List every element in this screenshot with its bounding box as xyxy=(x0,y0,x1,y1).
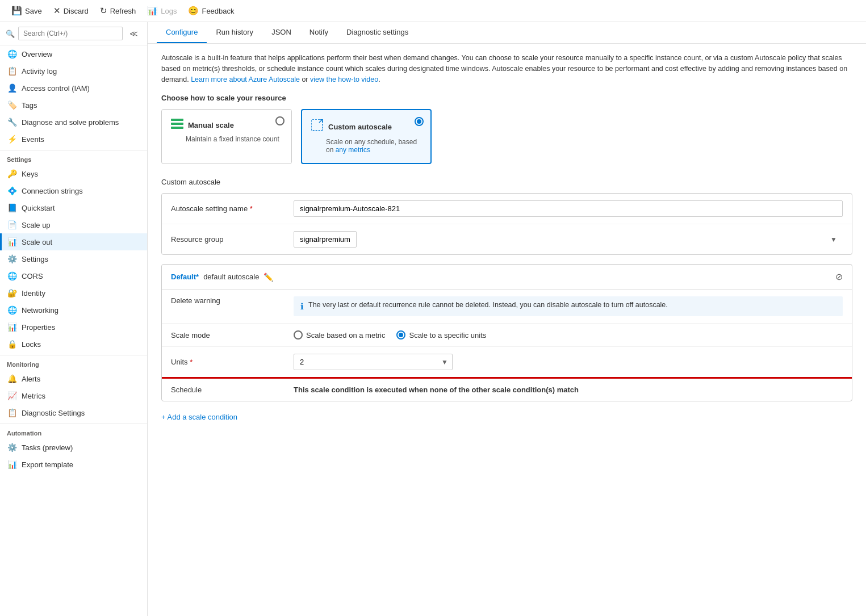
autoscale-name-row: Autoscale setting name * xyxy=(162,194,852,224)
sidebar-item-connection-strings[interactable]: 💠 Connection strings xyxy=(0,182,147,199)
save-button[interactable]: 💾 Save xyxy=(7,3,47,18)
tab-notify[interactable]: Notify xyxy=(300,22,337,43)
tab-diagnostic-settings[interactable]: Diagnostic settings xyxy=(337,22,417,43)
custom-autoscale-desc: Scale on any schedule, based on any metr… xyxy=(326,138,421,154)
sidebar-item-scale-up[interactable]: 📄 Scale up xyxy=(0,216,147,233)
quickstart-icon: 📘 xyxy=(7,203,17,212)
sidebar-item-properties[interactable]: 📊 Properties xyxy=(0,319,147,336)
scale-metric-option[interactable]: Scale based on a metric xyxy=(294,330,385,340)
tab-configure[interactable]: Configure xyxy=(157,22,207,43)
metrics-icon: 📈 xyxy=(7,391,17,400)
scale-up-icon: 📄 xyxy=(7,220,17,229)
connection-strings-icon: 💠 xyxy=(7,186,17,195)
sidebar-item-events[interactable]: ⚡ Events xyxy=(0,131,147,148)
events-icon: ⚡ xyxy=(7,135,17,144)
sidebar-item-overview[interactable]: 🌐 Overview xyxy=(0,45,147,62)
activity-log-icon: 📋 xyxy=(7,66,17,76)
keys-icon: 🔑 xyxy=(7,169,17,178)
monitoring-section-header: Monitoring xyxy=(0,355,147,370)
schedule-row: Schedule This scale condition is execute… xyxy=(162,379,852,401)
manual-scale-radio[interactable] xyxy=(275,116,285,125)
scale-metric-radio[interactable] xyxy=(294,330,303,340)
scale-mode-row: Scale mode Scale based on a metric Scale… xyxy=(162,324,852,347)
delete-warning-row: Delete warning ℹ The very last or defaul… xyxy=(162,290,852,324)
resource-group-row: Resource group signalrpremium ▼ xyxy=(162,224,852,254)
sidebar-item-cors[interactable]: 🌐 CORS xyxy=(0,267,147,284)
schedule-text: This scale condition is executed when no… xyxy=(294,385,579,394)
scale-mode-options: Scale based on a metric Scale to a speci… xyxy=(294,330,486,340)
search-input[interactable] xyxy=(18,27,123,40)
custom-autoscale-icon xyxy=(311,119,324,135)
sidebar-search-area: 🔍 ≪ xyxy=(0,22,147,45)
automation-section-header: Automation xyxy=(0,424,147,439)
tab-run-history[interactable]: Run history xyxy=(207,22,262,43)
discard-icon: ✕ xyxy=(53,6,61,16)
sidebar-item-access-control[interactable]: 👤 Access control (IAM) xyxy=(0,79,147,97)
custom-autoscale-card[interactable]: Custom autoscale Scale on any schedule, … xyxy=(301,109,432,164)
sidebar-item-settings[interactable]: ⚙️ Settings xyxy=(0,250,147,267)
scale-metric-label: Scale based on a metric xyxy=(306,331,385,340)
sidebar-item-scale-out[interactable]: 📊 Scale out xyxy=(0,233,147,250)
refresh-icon: ↻ xyxy=(100,6,107,16)
properties-icon: 📊 xyxy=(7,322,17,332)
sidebar-item-identity[interactable]: 🔐 Identity xyxy=(0,284,147,301)
sidebar-item-tasks[interactable]: ⚙️ Tasks (preview) xyxy=(0,439,147,456)
diagnose-icon: 🔧 xyxy=(7,118,17,127)
how-to-video-link[interactable]: view the how-to video xyxy=(310,76,378,83)
sidebar-item-diagnose[interactable]: 🔧 Diagnose and solve problems xyxy=(0,114,147,131)
tab-json[interactable]: JSON xyxy=(262,22,300,43)
learn-more-link[interactable]: Learn more about Azure Autoscale xyxy=(191,76,300,83)
sidebar-item-activity-log[interactable]: 📋 Activity log xyxy=(0,62,147,79)
sidebar-item-metrics[interactable]: 📈 Metrics xyxy=(0,387,147,404)
units-select[interactable]: 2 1 3 4 xyxy=(294,354,453,370)
feedback-icon: 😊 xyxy=(188,6,199,16)
svg-rect-2 xyxy=(171,127,183,129)
feedback-button[interactable]: 😊 Feedback xyxy=(183,3,239,18)
locks-icon: 🔒 xyxy=(7,340,17,349)
collapse-button[interactable]: ≪ xyxy=(126,28,141,39)
any-metrics-link[interactable]: any metrics xyxy=(336,146,370,154)
scale-units-option[interactable]: Scale to a specific units xyxy=(396,330,486,340)
manual-scale-card[interactable]: Manual scale Maintain a fixed instance c… xyxy=(161,109,292,164)
main-layout: 🔍 ≪ 🌐 Overview 📋 Activity log 👤 Access c… xyxy=(0,22,866,616)
resource-group-select[interactable]: signalrpremium xyxy=(294,231,357,248)
edit-icon[interactable]: ✏️ xyxy=(263,273,273,282)
sidebar-item-export-template[interactable]: 📊 Export template xyxy=(0,456,147,473)
sidebar-item-alerts[interactable]: 🔔 Alerts xyxy=(0,370,147,387)
custom-autoscale-radio[interactable] xyxy=(415,117,424,126)
custom-autoscale-title: Custom autoscale xyxy=(328,123,392,131)
refresh-button[interactable]: ↻ Refresh xyxy=(95,3,141,18)
required-marker: * xyxy=(250,204,253,213)
add-condition-label: + Add a scale condition xyxy=(161,413,237,421)
scale-units-radio[interactable] xyxy=(396,330,405,340)
units-required-marker: * xyxy=(190,358,193,366)
delete-warning-box: ℹ The very last or default recurrence ru… xyxy=(294,296,843,316)
svg-rect-0 xyxy=(171,119,183,121)
scale-mode-label: Scale mode xyxy=(171,331,285,340)
sidebar-item-keys[interactable]: 🔑 Keys xyxy=(0,165,147,182)
autoscale-name-input[interactable] xyxy=(294,200,843,217)
scale-units-label: Scale to a specific units xyxy=(409,331,486,340)
add-scale-condition-button[interactable]: + Add a scale condition xyxy=(161,410,852,424)
autoscale-label: Custom autoscale xyxy=(161,178,852,186)
default-header: Default* default autoscale ✏️ ⊘ xyxy=(162,265,852,290)
sidebar-item-diagnostic-settings[interactable]: 📋 Diagnostic Settings xyxy=(0,404,147,421)
identity-icon: 🔐 xyxy=(7,288,17,297)
sidebar-item-quickstart[interactable]: 📘 Quickstart xyxy=(0,199,147,216)
toolbar: 💾 Save ✕ Discard ↻ Refresh 📊 Logs 😊 Feed… xyxy=(0,0,866,22)
units-select-wrapper: 2 1 3 4 ▼ xyxy=(294,354,453,370)
settings-icon: ⚙️ xyxy=(7,254,17,263)
autoscale-name-label: Autoscale setting name * xyxy=(171,204,285,213)
sidebar-item-locks[interactable]: 🔒 Locks xyxy=(0,336,147,353)
logs-button[interactable]: 📊 Logs xyxy=(143,3,181,18)
sidebar-item-tags[interactable]: 🏷️ Tags xyxy=(0,97,147,114)
discard-button[interactable]: ✕ Discard xyxy=(49,3,93,18)
networking-icon: 🌐 xyxy=(7,305,17,315)
delete-icon[interactable]: ⊘ xyxy=(835,271,843,282)
scale-out-icon: 📊 xyxy=(7,237,17,246)
search-icon: 🔍 xyxy=(6,30,15,38)
scale-options: Manual scale Maintain a fixed instance c… xyxy=(161,109,852,164)
sidebar-item-networking[interactable]: 🌐 Networking xyxy=(0,301,147,319)
content-area: Configure Run history JSON Notify Diagno… xyxy=(148,22,866,616)
default-title: Default* xyxy=(171,273,199,281)
